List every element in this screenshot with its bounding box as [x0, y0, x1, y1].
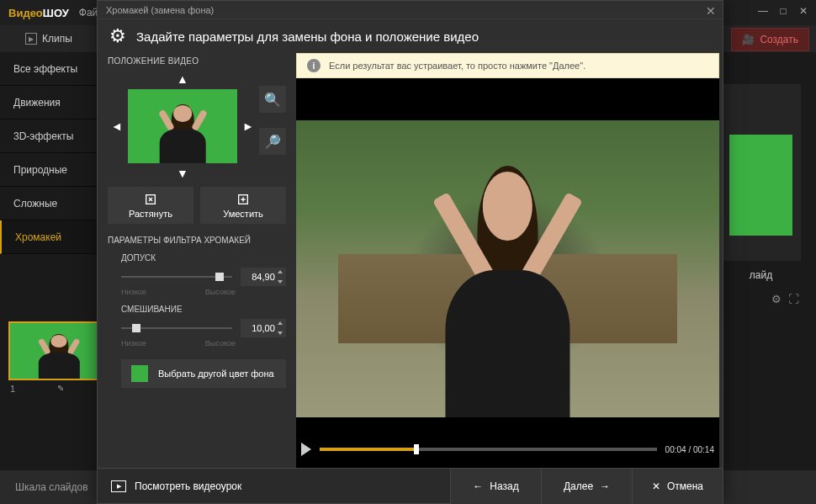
cancel-button[interactable]: ✕Отмена [632, 469, 723, 504]
arrow-down-icon[interactable]: ▼ [177, 167, 188, 180]
blend-low-label: Низкое [121, 339, 146, 347]
gear-icon: ⚙ [109, 25, 126, 47]
fit-icon [236, 193, 250, 206]
menu-file[interactable]: Фай [79, 7, 98, 19]
info-icon: i [307, 59, 321, 72]
dialog-close-button[interactable]: ✕ [706, 4, 716, 18]
fit-button[interactable]: Уместить [200, 187, 286, 224]
arrow-left-icon[interactable]: ◄ [111, 119, 123, 133]
play-button[interactable] [301, 443, 311, 456]
blend-label: СМЕШИВАНИЕ [121, 305, 286, 314]
next-button[interactable]: Далее→ [541, 469, 632, 504]
slide-label: лайд [721, 269, 801, 281]
zoom-in-button[interactable]: 🔍 [259, 86, 286, 113]
clip-thumbnail[interactable] [8, 321, 109, 380]
play-icon: ▶ [25, 33, 37, 45]
sidebar-item-complex[interactable]: Сложные [0, 187, 97, 220]
sidebar-item-nature[interactable]: Природные [0, 153, 97, 187]
sidebar-item-chromakey[interactable]: Хромакей [0, 220, 97, 254]
edit-icon[interactable]: ✎ [57, 384, 64, 394]
pick-color-button[interactable]: Выбрать другой цвет фона [121, 359, 286, 388]
chromakey-dialog: Хромакей (замена фона) ✕ ⚙ Задайте парам… [97, 0, 723, 504]
back-button[interactable]: ←Назад [450, 469, 541, 504]
slide-preview-panel: лайд [721, 84, 801, 261]
tolerance-spinner[interactable]: 84,90 [241, 268, 286, 286]
blend-slider[interactable] [121, 320, 232, 337]
create-button[interactable]: 🎥Создать [731, 28, 809, 51]
color-swatch [131, 365, 148, 382]
hint-bar: i Если результат вас устраивает, то прос… [296, 53, 719, 78]
timeline-label: Шкала слайдов [15, 481, 88, 493]
settings-column: ПОЛОЖЕНИЕ ВИДЕО ▲ ▼ ◄ ► 🔍 🔎 Растянуть [98, 53, 296, 468]
tab-clips[interactable]: ▶Клипы [25, 33, 72, 45]
dialog-titlebar[interactable]: Хромакей (замена фона) ✕ [98, 1, 723, 19]
settings-icon[interactable]: ⚙ [771, 293, 782, 305]
expand-icon [144, 193, 157, 206]
maximize-button[interactable]: □ [777, 5, 789, 17]
blend-spinner[interactable]: 10,00 [241, 319, 286, 337]
arrow-left-icon: ← [473, 480, 483, 492]
tolerance-slider[interactable] [121, 268, 232, 285]
video-icon: ▶ [111, 480, 126, 492]
tolerance-high-label: Высокое [205, 288, 236, 296]
arrow-right-icon: → [600, 480, 610, 492]
close-window-button[interactable]: ✕ [797, 5, 809, 17]
effects-sidebar: Все эффекты Движения 3D-эффекты Природны… [0, 52, 97, 470]
position-thumbnail[interactable] [128, 89, 237, 163]
window-controls: — □ ✕ [757, 5, 809, 17]
progress-track[interactable] [320, 448, 657, 451]
hint-text: Если результат вас устраивает, то просто… [329, 61, 586, 71]
position-editor: ▲ ▼ ◄ ► 🔍 🔎 [108, 71, 286, 183]
tutorial-link[interactable]: ▶ Посмотреть видеоурок [98, 480, 255, 492]
dialog-header: ⚙ Задайте параметры для замены фона и по… [98, 19, 723, 53]
close-icon: ✕ [652, 480, 660, 492]
section-params-label: ПАРАМЕТРЫ ФИЛЬТРА ХРОМАКЕЙ [108, 236, 286, 245]
camera-icon: 🎥 [742, 34, 755, 45]
fullscreen-icon[interactable]: ⛶ [788, 293, 799, 305]
minimize-button[interactable]: — [757, 5, 769, 17]
zoom-out-icon: 🔎 [264, 134, 281, 150]
sidebar-item-all[interactable]: Все эффекты [0, 52, 97, 86]
dialog-title: Задайте параметры для замены фона и поло… [136, 29, 479, 44]
preview-column: i Если результат вас устраивает, то прос… [296, 53, 723, 468]
app-logo: ВидеоШОУ [8, 7, 69, 19]
slide-preview [729, 135, 792, 236]
dialog-footer: ▶ Посмотреть видеоурок ←Назад Далее→ ✕От… [98, 468, 723, 503]
zoom-out-button[interactable]: 🔎 [259, 128, 286, 155]
arrow-up-icon[interactable]: ▲ [177, 72, 188, 86]
video-preview: 00:04 / 00:14 [296, 78, 719, 468]
clip-index: 1 [10, 384, 15, 394]
playback-controls: 00:04 / 00:14 [301, 439, 714, 459]
time-display: 00:04 / 00:14 [665, 445, 714, 454]
sidebar-item-3d[interactable]: 3D-эффекты [0, 119, 97, 153]
sidebar-item-motion[interactable]: Движения [0, 86, 97, 119]
stretch-button[interactable]: Растянуть [108, 187, 193, 224]
arrow-right-icon[interactable]: ► [242, 119, 254, 133]
tolerance-low-label: Низкое [121, 288, 146, 296]
section-position-label: ПОЛОЖЕНИЕ ВИДЕО [108, 56, 286, 66]
blend-high-label: Высокое [205, 339, 236, 347]
preview-frame [296, 120, 719, 417]
zoom-in-icon: 🔍 [264, 92, 281, 108]
tolerance-label: ДОПУСК [121, 253, 286, 263]
